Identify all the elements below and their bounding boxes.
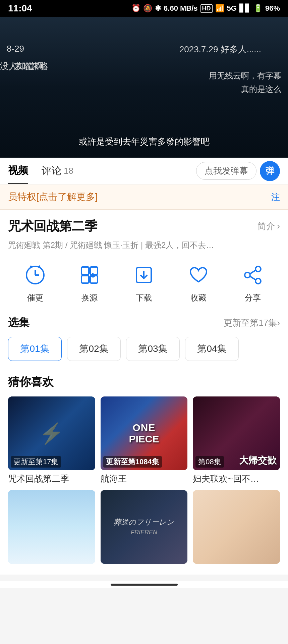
danmu-item: 8-29	[7, 44, 24, 54]
danmu-item: 没人知道啊。	[0, 60, 52, 72]
rec-thumbnail: ⚡ 更新至第17集	[8, 396, 95, 470]
recommend-item-frieren[interactable]: 葬送のフリーレン FRIEREN	[101, 490, 188, 567]
rec-badge: 更新至第17集	[11, 456, 61, 468]
rec-thumbnail	[193, 490, 280, 564]
content-area: 咒术回战第二季 简介 › 咒術廻戦 第2期 / 咒術廻戦 懷玉·玉折 | 最强2…	[0, 210, 288, 575]
heart-icon	[185, 262, 212, 288]
episode-button[interactable]: 第04集	[185, 337, 239, 361]
anime-title: 咒术回战第二季	[8, 218, 97, 235]
tab-video[interactable]: 视频	[8, 158, 28, 184]
recommend-grid: ⚡ 更新至第17集 咒术回战第二季 ONE PIECE 更新至第1084集 航海…	[8, 396, 280, 567]
svg-line-4	[39, 266, 40, 267]
switch-icon	[76, 262, 103, 288]
chevron-right-icon: ›	[277, 318, 280, 328]
recommend-item-manga[interactable]	[193, 490, 280, 567]
bluetooth-icon: ✱	[155, 4, 161, 13]
svg-line-17	[250, 270, 255, 274]
recommend-item-jujutsu2[interactable]: ⚡ 更新至第17集 咒术回战第二季	[8, 396, 95, 485]
battery-level: 96%	[265, 4, 280, 13]
svg-line-18	[250, 276, 255, 280]
rec-name: 咒术回战第二季	[8, 473, 95, 485]
episodes-header: 选集 更新至第17集 ›	[8, 315, 280, 330]
download-label: 下载	[136, 292, 152, 303]
svg-rect-6	[90, 267, 98, 274]
episode-button[interactable]: 第03集	[126, 337, 180, 361]
tab-bar: 视频 评论 18 点我发弹幕 弹	[0, 158, 288, 184]
battery-icon: 🔋	[253, 4, 263, 13]
svg-rect-7	[81, 276, 89, 283]
episodes-list: 第01集 第02集 第03集 第04集	[8, 337, 280, 361]
rec-name: 航海王	[101, 473, 188, 485]
danmu-send-button[interactable]: 点我发弹幕	[196, 162, 256, 180]
status-time: 11:04	[8, 3, 32, 14]
recommend-title: 猜你喜欢	[8, 374, 280, 390]
danmu-buttons: 点我发弹幕 弹	[196, 161, 280, 181]
switch-source-label: 换源	[81, 292, 98, 303]
danmu-item: 2023.7.29 好多人......	[179, 44, 261, 55]
member-banner[interactable]: 员特权[点击了解更多] 注	[0, 184, 288, 210]
video-subtitle: 或許是受到去年災害多發的影響吧	[79, 136, 210, 148]
hd-badge: HD	[200, 4, 213, 13]
rec-name: 妇夫联欢~回不…	[193, 473, 280, 485]
danmu-icon-button[interactable]: 弹	[260, 161, 280, 181]
recommend-item-onepiece[interactable]: ONE PIECE 更新至第1084集 航海王	[101, 396, 188, 485]
download-icon	[130, 262, 157, 288]
clock-icon	[22, 262, 49, 288]
share-button[interactable]: 分享	[239, 262, 266, 303]
urge-label: 催更	[27, 292, 43, 303]
action-row: 催更 换源	[8, 262, 280, 303]
status-icons: ⏰ 🔕 ✱ 6.60 MB/s HD 📶 5G ▋▋ 🔋 96%	[131, 4, 280, 13]
episode-button[interactable]: 第02集	[67, 337, 121, 361]
chevron-right-icon: ›	[277, 221, 280, 231]
member-link[interactable]: 注	[271, 191, 280, 203]
tab-comment[interactable]: 评论 18	[42, 158, 73, 184]
rec-thumbnail: 大帰交歓 第08集	[193, 396, 280, 470]
svg-point-15	[255, 278, 261, 284]
recommend-item-sky[interactable]	[8, 490, 95, 567]
signal-bars: ▋▋	[239, 4, 251, 13]
alarm-icon: ⏰	[131, 4, 140, 13]
favorite-label: 收藏	[190, 292, 207, 303]
anime-title-row: 咒术回战第二季 简介 ›	[8, 218, 280, 235]
episodes-more[interactable]: 更新至第17集 ›	[224, 317, 280, 329]
signal-icon: 5G	[227, 4, 237, 13]
intro-button[interactable]: 简介 ›	[257, 220, 280, 232]
mute-icon: 🔕	[143, 4, 152, 13]
danmu-item: 真的是这么	[241, 84, 281, 95]
svg-point-14	[255, 266, 261, 272]
home-indicator	[111, 584, 178, 586]
episode-button[interactable]: 第01集	[8, 337, 62, 361]
rec-thumbnail	[8, 490, 95, 564]
urge-button[interactable]: 催更	[22, 262, 49, 303]
wifi-icon: 📶	[215, 4, 224, 13]
member-text: 员特权[点击了解更多]	[8, 191, 98, 203]
bottom-bar	[0, 581, 288, 588]
share-label: 分享	[245, 292, 261, 303]
status-bar: 11:04 ⏰ 🔕 ✱ 6.60 MB/s HD 📶 5G ▋▋ 🔋 96%	[0, 0, 288, 17]
download-button[interactable]: 下载	[130, 262, 157, 303]
svg-point-16	[245, 272, 250, 278]
rec-thumbnail: ONE PIECE 更新至第1084集	[101, 396, 188, 470]
share-icon	[239, 262, 266, 288]
anime-tags: 咒術廻戦 第2期 / 咒術廻戦 懷玉·玉折 | 最强2人，回不去…	[8, 239, 280, 252]
switch-source-button[interactable]: 换源	[76, 262, 103, 303]
rec-thumbnail: 葬送のフリーレン FRIEREN	[101, 490, 188, 564]
video-player[interactable]: 8-29 2023.7.29 好多人...... 来咯来咯 用无线云啊，有字幕 …	[0, 17, 288, 158]
rec-badge: 第08集	[195, 456, 224, 468]
svg-rect-5	[81, 267, 89, 274]
episodes-title: 选集	[8, 315, 30, 330]
rec-badge: 更新至第1084集	[103, 456, 162, 468]
recommend-item-adult[interactable]: 大帰交歓 第08集 妇夫联欢~回不…	[193, 396, 280, 485]
svg-line-3	[31, 266, 31, 267]
danmu-item: 用无线云啊，有字幕	[209, 70, 281, 81]
speed-indicator: 6.60 MB/s	[164, 4, 198, 13]
favorite-button[interactable]: 收藏	[185, 262, 212, 303]
